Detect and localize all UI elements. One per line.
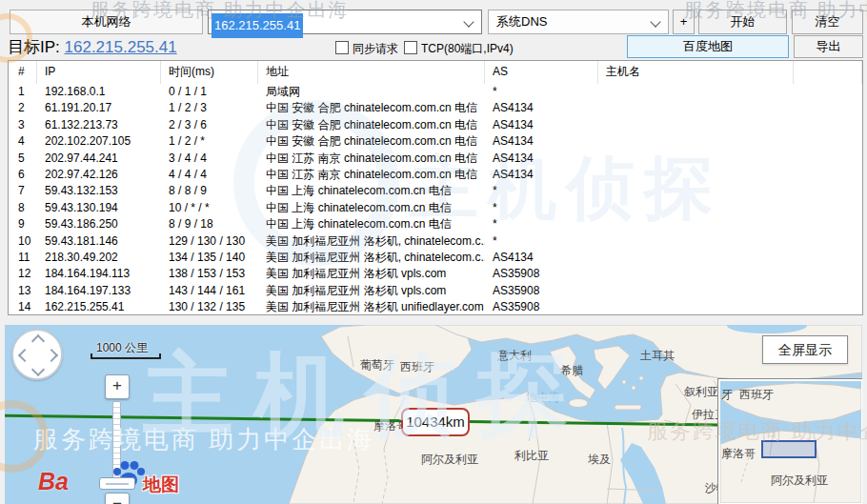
map-pan-control[interactable]	[11, 329, 63, 380]
cell-num: 2	[9, 100, 37, 116]
target-ip-link[interactable]: 162.215.255.41	[65, 38, 177, 56]
tcp-checkbox[interactable]: TCP(80端口,IPv4)	[404, 41, 514, 57]
table-row[interactable]: 4 202.102.207.105 1 / 2 / * 中国 安徽 合肥 chi…	[9, 133, 862, 150]
cell-host	[598, 200, 794, 216]
cell-addr: 中国 安徽 合肥 chinatelecom.com.cn 电信	[258, 133, 485, 150]
cell-addr: 局域网	[258, 84, 485, 100]
cell-time: 0 / 1 / 1	[161, 84, 258, 100]
table-row[interactable]: 2 61.191.20.17 1 / 2 / 3 中国 安徽 合肥 chinat…	[9, 100, 862, 116]
table-row[interactable]: 12 184.164.194.113 138 / 153 / 153 美国 加利…	[9, 266, 862, 282]
table-row[interactable]: 10 59.43.181.146 129 / 130 / 130 美国 加利福尼…	[9, 233, 862, 250]
map-label-italy: 意大利	[497, 348, 532, 364]
dns-select-value: 系统DNS	[496, 14, 547, 29]
table-row[interactable]: 5 202.97.44.241 3 / 4 / 4 中国 江苏 南京 china…	[9, 151, 862, 167]
baidu-maps-logo[interactable]: Ba 地图	[38, 468, 69, 495]
cell-as: *	[485, 200, 598, 216]
export-button[interactable]: 导出	[794, 35, 863, 58]
island-sicily	[569, 399, 588, 408]
pan-up-icon[interactable]	[31, 334, 45, 348]
cell-time: 1 / 2 / 3	[161, 100, 258, 116]
map-label-egypt: 埃及	[588, 452, 611, 468]
cell-time: 8 / 8 / 9	[161, 183, 258, 199]
dns-select[interactable]: 系统DNS	[488, 10, 669, 34]
header-num[interactable]: #	[9, 61, 37, 84]
zoom-out-button[interactable]: −	[105, 493, 130, 504]
table-row[interactable]: 13 184.164.197.133 143 / 144 / 161 美国 加利…	[9, 283, 862, 299]
header-time[interactable]: 时间(ms)	[161, 61, 258, 84]
fullscreen-button[interactable]: 全屏显示	[762, 335, 848, 364]
zoom-in-button[interactable]: +	[105, 374, 130, 399]
header-host[interactable]: 主机名	[598, 61, 794, 84]
table-row[interactable]: 3 61.132.213.73 2 / 3 / 6 中国 安徽 合肥 china…	[9, 117, 862, 133]
map-canvas[interactable]: 意大利 葡萄牙 西班牙 希腊 土耳其 地中海 叙利亚 伊拉克 摩洛哥 阿尔及利亚…	[5, 325, 862, 504]
cell-ip: 218.30.49.202	[37, 250, 161, 266]
cell-time: 8 / 9 / 18	[161, 216, 258, 232]
chevron-down-icon[interactable]	[463, 16, 474, 27]
cell-time: 134 / 135 / 140	[161, 250, 258, 266]
map-label-algeria: 阿尔及利亚	[421, 452, 478, 468]
cell-addr: 中国 上海 chinatelecom.com.cn 电信	[258, 183, 485, 199]
local-network-select[interactable]: 本机网络	[10, 10, 203, 34]
cell-addr: 中国 上海 chinatelecom.com.cn 电信	[258, 216, 485, 232]
overview-minimap[interactable]: 牙 西班牙 摩洛哥 阿尔及利亚	[717, 378, 862, 504]
cell-host	[598, 266, 794, 282]
table-row[interactable]: 8 59.43.130.194 10 / * / * 中国 上海 chinate…	[9, 200, 862, 216]
cell-as: AS4134	[485, 167, 598, 183]
map-label-greece: 希腊	[560, 363, 583, 379]
header-as[interactable]: AS	[485, 61, 598, 84]
target-ip-input[interactable]: 162.215.255.41	[208, 10, 482, 34]
checkbox-box[interactable]	[404, 41, 417, 54]
cell-num: 13	[9, 283, 37, 299]
cell-num: 14	[9, 299, 37, 315]
table-row[interactable]: 6 202.97.42.126 4 / 4 / 4 中国 江苏 南京 china…	[9, 167, 862, 183]
cell-host	[598, 100, 794, 116]
cell-ip: 61.191.20.17	[37, 100, 161, 116]
table-row[interactable]: 14 162.215.255.41 130 / 132 / 135 美国 加利福…	[9, 299, 862, 315]
cell-num: 8	[9, 200, 37, 216]
cell-ip: 59.43.186.250	[37, 216, 161, 232]
header-addr[interactable]: 地址	[258, 61, 485, 84]
pan-right-icon[interactable]	[45, 349, 58, 362]
table-row[interactable]: 1 192.168.0.1 0 / 1 / 1 局域网 *	[9, 84, 862, 100]
cell-addr: 美国 加利福尼亚州 洛杉矶 vpls.com	[258, 266, 485, 282]
baidu-map-button[interactable]: 百度地图	[627, 35, 789, 58]
minimap-label-spain: 西班牙	[739, 387, 774, 403]
cell-host	[598, 250, 794, 266]
cell-time: 1 / 2 / *	[161, 133, 258, 150]
cell-host	[598, 183, 794, 199]
map-label-portugal: 葡萄牙	[360, 357, 394, 373]
cell-ip: 162.215.255.41	[37, 299, 161, 315]
cell-ip: 61.132.213.73	[37, 117, 161, 133]
pan-left-icon[interactable]	[18, 349, 31, 362]
pan-down-icon[interactable]	[31, 363, 45, 376]
cell-as: *	[485, 84, 598, 100]
cell-num: 11	[9, 250, 37, 266]
cell-num: 9	[9, 216, 37, 232]
clear-button[interactable]: 清空	[792, 10, 863, 34]
target-ip-row: 目标IP: 162.215.255.41	[8, 36, 177, 58]
checkbox-box[interactable]	[335, 41, 349, 54]
cell-as: AS4134	[485, 151, 598, 167]
landmass-iberia	[321, 325, 472, 393]
add-button[interactable]: +	[673, 10, 695, 34]
zoom-slider-handle[interactable]	[99, 477, 135, 490]
start-button[interactable]: 开始	[698, 10, 787, 34]
chevron-down-icon[interactable]	[650, 16, 660, 27]
table-row[interactable]: 7 59.43.132.153 8 / 8 / 9 中国 上海 chinatel…	[9, 183, 862, 199]
table-row[interactable]: 9 59.43.186.250 8 / 9 / 18 中国 上海 chinate…	[9, 216, 862, 232]
cell-time: 4 / 4 / 4	[161, 167, 258, 183]
minimap-viewport-rect[interactable]	[761, 440, 817, 458]
table-row[interactable]: 11 218.30.49.202 134 / 135 / 140 美国 加利福尼…	[9, 250, 862, 266]
header-ip[interactable]: IP	[37, 61, 161, 84]
cell-time: 130 / 132 / 135	[161, 299, 258, 315]
cell-time: 143 / 144 / 161	[161, 283, 258, 299]
target-ip-label: 目标IP:	[8, 38, 60, 56]
cell-as: AS4134	[485, 250, 598, 266]
map-scale-bar	[91, 353, 161, 359]
table-header-row: # IP 时间(ms) 地址 AS 主机名	[9, 61, 862, 84]
cell-num: 4	[9, 133, 37, 150]
sync-request-checkbox[interactable]: 同步请求	[335, 41, 398, 57]
header-filler	[794, 61, 862, 84]
target-ip-input-value: 162.215.255.41	[212, 13, 303, 38]
cell-num: 5	[9, 151, 37, 167]
